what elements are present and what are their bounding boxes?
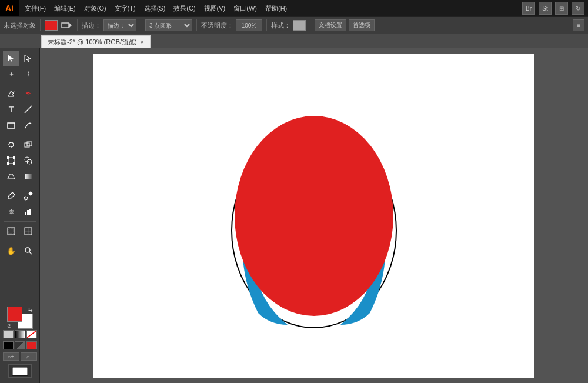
tool-sep-4 [4, 221, 36, 222]
svg-rect-22 [29, 209, 31, 215]
svg-rect-20 [25, 212, 26, 215]
zoom-out-btn[interactable]: ⌕- [21, 352, 37, 361]
stock-icon[interactable]: St [539, 2, 552, 15]
svg-rect-0 [62, 23, 69, 28]
tool-row-11 [3, 224, 36, 239]
title-bar: Ai 文件(F) 编辑(E) 对象(O) 文字(T) 选择(S) 效果(C) 视… [0, 0, 588, 16]
zoom-in-btn[interactable]: ⌕+ [3, 352, 19, 361]
direct-selection-tool[interactable] [20, 51, 36, 66]
menu-file[interactable]: 文件(F) [21, 3, 49, 14]
none-color-icon[interactable]: ⊘ [7, 323, 12, 329]
sep5 [266, 19, 267, 31]
tab-bar: 未标题-2* @ 100% (RGB/预览) × [0, 34, 588, 48]
color-mode-button[interactable] [3, 330, 14, 338]
stroke-arrow[interactable] [60, 20, 73, 31]
grid-icon[interactable]: ⊞ [555, 2, 568, 15]
sep1 [40, 19, 41, 31]
ai-logo: Ai [0, 0, 19, 16]
paintbrush-tool[interactable] [20, 118, 36, 133]
full-screen-btn[interactable] [26, 341, 37, 349]
eyedropper-tool[interactable] [3, 188, 19, 204]
white-canvas [93, 54, 534, 378]
stroke-select[interactable]: 描边： [103, 19, 136, 31]
canvas-area [40, 48, 588, 383]
sep6 [310, 19, 310, 31]
style-swatch[interactable] [293, 20, 306, 31]
screen-mode-btn[interactable] [15, 341, 25, 349]
menu-window[interactable]: 窗口(W) [230, 3, 260, 14]
slice-tool[interactable] [20, 224, 36, 239]
options-toolbar: 未选择对象 描边： 描边： 3 点圆形 不透明度： 样式： 文档设置 首选项 ≡ [0, 16, 588, 34]
foreground-color[interactable] [7, 307, 22, 322]
tool-row-7 [3, 153, 36, 168]
type-tool[interactable]: T [3, 102, 19, 117]
document-tab[interactable]: 未标题-2* @ 100% (RGB/预览) × [41, 35, 151, 48]
free-transform-tool[interactable] [3, 153, 19, 168]
svg-line-29 [29, 252, 32, 254]
svg-marker-16 [8, 174, 15, 179]
rectangle-tool[interactable] [3, 118, 19, 133]
svg-marker-1 [69, 23, 72, 28]
fill-color-swatch[interactable] [45, 20, 58, 31]
menu-edit[interactable]: 编辑(E) [51, 3, 79, 14]
symbol-sprayer-tool[interactable]: ❊ [3, 204, 19, 219]
shape-builder-tool[interactable] [20, 153, 36, 168]
svg-marker-6 [9, 145, 11, 147]
stroke-label: 描边： [82, 21, 101, 30]
svg-line-4 [25, 106, 32, 113]
bridge-icon[interactable]: Br [522, 2, 535, 15]
doc-settings-button[interactable]: 文档设置 [315, 19, 346, 31]
tool-row-1 [3, 51, 36, 66]
arrange-button[interactable]: ≡ [573, 19, 584, 31]
normal-mode-btn[interactable] [3, 341, 14, 349]
scale-tool[interactable] [20, 137, 36, 152]
pen-tool[interactable] [3, 86, 19, 101]
tool-row-9 [3, 188, 36, 204]
rotate-tool[interactable] [3, 137, 19, 152]
menu-help[interactable]: 帮助(H) [262, 3, 290, 14]
tool-row-12: ✋ [3, 243, 36, 258]
tool-row-10: ❊ [3, 204, 36, 219]
sep2 [77, 19, 78, 31]
artboard-indicator [8, 364, 32, 378]
gradient-mode-button[interactable] [15, 330, 25, 338]
sync-icon[interactable]: ↻ [572, 2, 584, 15]
svg-rect-11 [13, 156, 15, 159]
menu-object[interactable]: 对象(O) [81, 3, 110, 14]
none-mode-button[interactable] [26, 330, 37, 338]
tool-sep-2 [4, 135, 36, 135]
point-type-select[interactable]: 3 点圆形 [145, 19, 192, 31]
tool-row-4: T [3, 102, 36, 117]
menu-select[interactable]: 选择(S) [141, 3, 169, 14]
hand-tool[interactable]: ✋ [3, 243, 19, 258]
lasso-tool[interactable]: ⌇ [20, 66, 36, 82]
opacity-input[interactable] [236, 19, 262, 31]
selection-tool[interactable] [3, 51, 19, 66]
svg-marker-2 [8, 55, 14, 62]
tool-row-2: ✦ ⌇ [3, 66, 36, 82]
perspective-tool[interactable] [3, 169, 19, 184]
menu-type[interactable]: 文字(T) [111, 3, 139, 14]
artboard-tool[interactable] [3, 224, 19, 239]
magic-wand-tool[interactable]: ✦ [3, 66, 19, 82]
line-tool[interactable] [20, 102, 36, 117]
pencil-tool[interactable]: ✒ [20, 86, 36, 101]
zoom-tool[interactable] [20, 243, 36, 258]
blend-tool[interactable] [20, 188, 36, 204]
tool-row-5 [3, 118, 36, 133]
tab-close-button[interactable]: × [141, 39, 144, 45]
preferences-button[interactable]: 首选项 [349, 19, 375, 31]
svg-rect-13 [13, 162, 15, 165]
bar-graph-tool[interactable] [20, 204, 36, 219]
tool-sep-1 [4, 84, 36, 84]
menu-view[interactable]: 视图(V) [201, 3, 229, 14]
tool-sep-3 [4, 186, 36, 186]
swap-colors-icon[interactable]: ⇆ [28, 307, 33, 312]
gradient-tool[interactable] [20, 169, 36, 184]
tool-row-8 [3, 169, 36, 184]
opacity-label: 不透明度： [201, 21, 233, 30]
tab-title: 未标题-2* @ 100% (RGB/预览) [48, 38, 137, 46]
menu-bar: 文件(F) 编辑(E) 对象(O) 文字(T) 选择(S) 效果(C) 视图(V… [19, 0, 293, 16]
menu-effect[interactable]: 效果(C) [170, 3, 199, 14]
svg-point-19 [29, 192, 32, 195]
